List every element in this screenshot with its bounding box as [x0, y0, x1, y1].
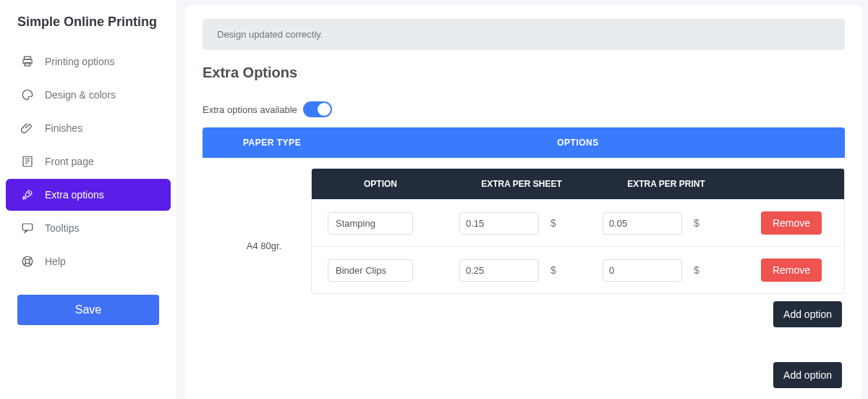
add-option-button[interactable]: Add option [773, 301, 842, 327]
per-sheet-input[interactable] [459, 259, 539, 282]
svg-rect-8 [22, 224, 33, 230]
svg-rect-3 [23, 156, 32, 167]
inner-table-header: OPTION EXTRA PER SHEET EXTRA PER PRINT [312, 169, 844, 199]
svg-line-13 [24, 263, 26, 265]
palette-icon [20, 88, 35, 102]
sidebar-item-help[interactable]: Help [6, 245, 171, 277]
page-icon [20, 154, 35, 169]
outer-table-header: PAPER TYPE OPTIONS [203, 127, 845, 158]
svg-point-7 [29, 193, 30, 194]
remove-button[interactable]: Remove [761, 211, 822, 235]
sidebar-item-label: Printing options [45, 56, 115, 67]
sidebar-item-label: Extra options [45, 189, 104, 201]
header-extra-per-print: EXTRA PER PRINT [594, 179, 739, 189]
status-alert: Design updated correctly. [203, 19, 845, 50]
sidebar-item-label: Front page [45, 156, 94, 167]
rocket-icon [20, 188, 35, 202]
page-title: Extra Options [203, 64, 845, 81]
header-paper-type: PAPER TYPE [203, 138, 311, 148]
sidebar-item-design-colors[interactable]: Design & colors [6, 79, 171, 111]
svg-rect-2 [25, 63, 30, 67]
sidebar-item-label: Tooltips [45, 222, 79, 234]
remove-button[interactable]: Remove [761, 259, 822, 282]
options-table: OPTION EXTRA PER SHEET EXTRA PER PRINT $ [311, 168, 845, 294]
option-name-input[interactable] [328, 259, 413, 282]
add-option-button-global[interactable]: Add option [773, 362, 842, 388]
per-sheet-input[interactable] [459, 212, 539, 235]
sidebar-item-tooltips[interactable]: Tooltips [6, 212, 171, 244]
svg-line-14 [29, 263, 31, 265]
paperclip-icon [20, 121, 35, 135]
sidebar: Simple Online Printing Printing options … [0, 0, 176, 399]
save-button[interactable]: Save [17, 295, 159, 325]
brand-title: Simple Online Printing [0, 14, 176, 40]
help-icon [20, 254, 35, 269]
sidebar-item-finishes[interactable]: Finishes [6, 112, 171, 144]
header-option: OPTION [312, 179, 449, 189]
per-print-input[interactable] [603, 259, 682, 282]
printer-icon [20, 54, 35, 69]
toggle-label: Extra options available [203, 104, 297, 115]
toggle-row: Extra options available [203, 101, 845, 117]
sidebar-item-front-page[interactable]: Front page [6, 146, 171, 177]
header-extra-per-sheet: EXTRA PER SHEET [449, 179, 594, 189]
currency-symbol: $ [550, 264, 556, 276]
table-row: $ $ Remove [312, 199, 844, 246]
svg-line-12 [29, 258, 31, 260]
currency-symbol: $ [694, 264, 699, 276]
nav-list: Printing options Design & colors Finishe… [0, 40, 176, 283]
main-panel: Design updated correctly. Extra Options … [185, 6, 862, 399]
svg-line-11 [24, 258, 26, 260]
sidebar-item-label: Help [45, 256, 66, 267]
currency-symbol: $ [694, 217, 699, 229]
sidebar-item-label: Design & colors [45, 89, 116, 101]
header-options: OPTIONS [311, 138, 845, 148]
currency-symbol: $ [550, 217, 556, 229]
sidebar-item-label: Finishes [45, 122, 82, 134]
sidebar-item-extra-options[interactable]: Extra options [6, 179, 171, 211]
extra-options-toggle[interactable] [303, 101, 332, 117]
sidebar-item-printing-options[interactable]: Printing options [6, 46, 171, 77]
option-name-input[interactable] [328, 212, 413, 235]
per-print-input[interactable] [603, 212, 682, 235]
svg-point-10 [25, 259, 30, 264]
paper-type-cell: A4 80gr. [203, 158, 311, 333]
chat-icon [20, 221, 35, 235]
table-row: $ $ Remove [312, 246, 844, 293]
